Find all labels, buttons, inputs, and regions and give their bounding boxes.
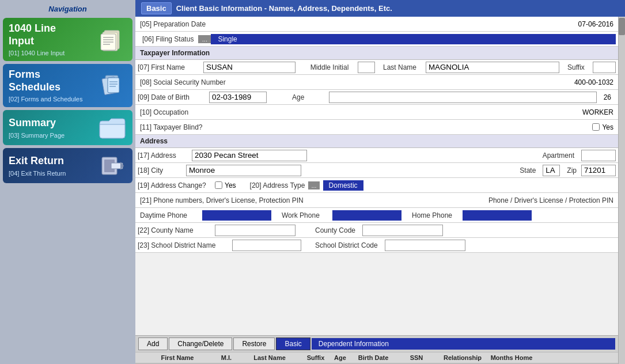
home-phone-label: Home Phone xyxy=(412,211,458,219)
occupation-row: [10] Occupation WORKER xyxy=(135,105,618,120)
phone-right-label: Phone / Driver's License / Protection PI… xyxy=(488,196,613,204)
filing-status-label: [06] Filing Status xyxy=(138,34,198,44)
dep-col-months-home: Months Home xyxy=(488,354,535,361)
nav-card-sub-exit-return: [04] Exit This Return xyxy=(9,170,66,177)
blind-yes-label: Yes xyxy=(602,123,613,131)
svg-rect-9 xyxy=(108,78,119,93)
nav-card-sub-summary: [03] Summary Page xyxy=(9,132,65,139)
blind-checkbox[interactable] xyxy=(592,123,600,131)
change-delete-button[interactable]: Change/Delete xyxy=(169,338,232,350)
school-district-code-input[interactable] xyxy=(385,240,465,251)
folder-icon xyxy=(98,115,127,141)
sidebar-item-line-input[interactable]: 1040 LineInput [01] 1040 Line Input xyxy=(3,18,132,61)
address-change-yes-label: Yes xyxy=(225,181,236,189)
phone-inputs-row: Daytime Phone Work Phone Home Phone xyxy=(135,208,618,223)
nav-card-sub-line-input: [01] 1040 Line Input xyxy=(9,50,65,56)
address-label: [17] Address xyxy=(138,151,190,160)
form-content: [05] Preparation Date 07-06-2016 [06] Fi… xyxy=(135,17,618,335)
address-type-dots-button[interactable]: ... xyxy=(308,181,319,189)
dob-input[interactable] xyxy=(209,92,267,103)
dep-col-mi: M.I. xyxy=(215,354,238,361)
age-label: Age xyxy=(292,93,327,101)
county-code-input[interactable] xyxy=(362,225,443,236)
main-header: Basic Client Basic Information - Names, … xyxy=(135,0,625,17)
first-name-label: [07] First Name xyxy=(138,63,201,71)
restore-button[interactable]: Restore xyxy=(233,338,275,350)
dep-col-last-name: Last Name xyxy=(238,354,301,361)
daytime-phone-input[interactable] xyxy=(202,210,271,221)
suffix-input[interactable] xyxy=(593,62,616,73)
nav-card-sub-forms-schedules: [02] Forms and Schedules xyxy=(9,96,82,103)
sidebar: Navigation 1040 LineInput [01] 1040 Line… xyxy=(0,0,135,364)
dep-col-birth-date: Birth Date xyxy=(350,354,396,361)
middle-initial-input[interactable] xyxy=(358,62,375,73)
age-input[interactable] xyxy=(329,92,597,103)
sidebar-item-exit-return[interactable]: Exit Return [04] Exit This Return xyxy=(3,148,132,183)
filing-status-row: [06] Filing Status ... Single xyxy=(135,32,618,47)
work-phone-label: Work Phone xyxy=(282,211,328,219)
address-type-label: [20] Address Type xyxy=(250,181,305,189)
main-content: Basic Client Basic Information - Names, … xyxy=(135,0,625,364)
home-phone-input[interactable] xyxy=(463,210,532,221)
city-input[interactable] xyxy=(186,165,301,176)
dep-col-relationship: Relationship xyxy=(437,354,488,361)
phone-header-row: [21] Phone numbers, Driver's License, Pr… xyxy=(135,193,618,208)
nav-card-label-line-input: 1040 LineInput xyxy=(9,22,65,47)
apartment-label: Apartment xyxy=(543,151,574,160)
forms-icon xyxy=(98,73,127,98)
header-title: Client Basic Information - Names, Addres… xyxy=(176,4,392,13)
bottom-toolbar: Add Change/Delete Restore Basic Dependen… xyxy=(135,335,618,352)
state-input[interactable] xyxy=(543,165,560,176)
ssn-row: [08] Social Security Number 400-00-1032 xyxy=(135,75,618,90)
zip-input[interactable] xyxy=(581,165,616,176)
daytime-phone-label: Daytime Phone xyxy=(140,211,198,219)
dep-col-first-name: First Name xyxy=(140,354,215,361)
address-type-value: Domestic xyxy=(323,180,363,191)
work-phone-input[interactable] xyxy=(332,210,401,221)
dob-label: [09] Date of Birth xyxy=(138,93,207,101)
name-row: [07] First Name Middle Initial Last Name… xyxy=(135,60,618,75)
dependent-info-label: Dependent Information xyxy=(312,338,615,350)
add-button[interactable]: Add xyxy=(138,338,168,350)
occupation-value: WORKER xyxy=(582,108,613,116)
dob-row: [09] Date of Birth Age 26 xyxy=(135,90,618,105)
nav-card-label-summary: Summary xyxy=(9,117,65,130)
zip-label: Zip xyxy=(567,166,577,175)
first-name-input[interactable] xyxy=(203,62,296,73)
phone-label: [21] Phone numbers, Driver's License, Pr… xyxy=(140,196,304,204)
filing-status-value: Single xyxy=(211,34,616,44)
school-district-label: [23] School District Name xyxy=(138,241,230,249)
basic-button[interactable]: Basic xyxy=(276,338,310,350)
form-area: [05] Preparation Date 07-06-2016 [06] Fi… xyxy=(135,17,618,364)
blind-row: [11] Taxpayer Blind? Yes xyxy=(135,120,618,135)
state-label: State xyxy=(520,166,536,175)
address-change-label: [19] Address Change? xyxy=(138,181,213,189)
filing-status-dots-button[interactable]: ... xyxy=(198,35,211,43)
county-code-label: County Code xyxy=(315,226,355,234)
prep-date-label: [05] Preparation Date xyxy=(140,20,206,28)
document-stack-icon xyxy=(98,26,127,52)
city-label: [18] City xyxy=(138,166,184,175)
vertical-scrollbar[interactable] xyxy=(618,17,625,364)
apartment-input[interactable] xyxy=(581,150,616,161)
dependent-table-header: First Name M.I. Last Name Suffix Age Bir… xyxy=(135,352,618,364)
address-change-checkbox[interactable] xyxy=(215,181,222,189)
address-section-header: Address xyxy=(135,135,618,148)
prep-date-row: [05] Preparation Date 07-06-2016 xyxy=(135,17,618,32)
prep-date-value: 07-06-2016 xyxy=(206,20,613,28)
nav-title: Navigation xyxy=(3,3,132,15)
school-district-row: [23] School District Name School Distric… xyxy=(135,238,618,253)
address-input[interactable] xyxy=(192,150,307,161)
basic-badge: Basic xyxy=(141,2,172,14)
last-name-input[interactable] xyxy=(426,62,559,73)
sidebar-item-forms-schedules[interactable]: FormsSchedules [02] Forms and Schedules xyxy=(3,64,132,107)
county-name-input[interactable] xyxy=(215,225,296,236)
city-row: [18] City State Zip xyxy=(135,163,618,178)
dep-col-age: Age xyxy=(330,354,350,361)
address-row: [17] Address Apartment xyxy=(135,148,618,163)
school-district-input[interactable] xyxy=(232,240,301,251)
nav-card-label-forms-schedules: FormsSchedules xyxy=(9,69,82,93)
exit-icon xyxy=(98,153,127,179)
sidebar-item-summary[interactable]: Summary [03] Summary Page xyxy=(3,110,132,145)
county-name-label: [22] County Name xyxy=(138,226,213,234)
